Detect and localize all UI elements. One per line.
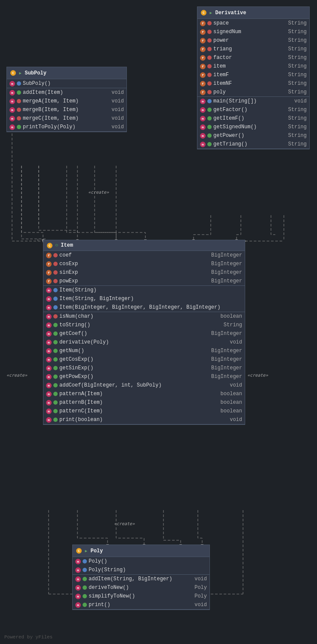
type-label: String [288,55,307,61]
method-icon: m [9,81,15,87]
member-name: Poly() [89,558,207,564]
open-icon [207,108,212,112]
member-name: isNum(char) [59,313,219,319]
poly-box: C ▸ Poly m Poly() m Poly(String) m addIt… [72,545,210,610]
method-icon: m [200,107,206,113]
member-name: coef [59,252,209,258]
class-member: m addItem(Item) void [7,88,126,97]
type-label: String [288,124,307,130]
member-name: getCoef() [59,331,209,337]
type-label: boolean [221,391,242,397]
class-member: m getCosExp() BigInteger [43,355,245,364]
field-icon: f [200,46,206,52]
class-member: m getItemF() String [197,114,309,123]
item-box: C ○ Item f coef BigInteger f cosExp BigI… [43,240,245,425]
open-icon [53,340,58,344]
field-icon: f [200,38,206,43]
member-name: getSignedNum() [213,124,286,130]
member-name: addItem(Item) [23,90,110,96]
lock-icon [207,47,212,51]
type-label: BigInteger [211,356,242,362]
poly-header: C ▸ Poly [73,545,209,557]
method-icon: m [46,305,52,310]
type-label: String [288,72,307,78]
class-member: f itemNF String [197,79,309,88]
type-label: void [111,98,124,104]
method-icon: m [46,348,52,354]
open-icon [17,125,21,129]
member-name: Poly(String) [89,567,207,573]
class-member: f sinExp BigInteger [43,268,245,277]
subpoly-header: C ▸ SubPoly [7,67,126,79]
class-member: m toString() String [43,321,245,329]
visibility-open: ○ [55,242,58,248]
lock-icon [53,314,58,319]
field-icon: f [46,279,52,284]
class-member: f space String [197,19,309,28]
class-member: m getSinExp() BigInteger [43,364,245,372]
open-icon [53,323,58,327]
member-name: factor [213,55,286,61]
type-label: String [288,89,307,95]
class-member: f poly String [197,88,309,96]
member-name: simplifyToNew() [89,593,193,599]
method-icon: m [200,99,206,104]
lock-icon [207,21,212,25]
method-icon: m [46,365,52,371]
member-name: patternC(Item) [59,408,219,414]
package-icon [53,288,58,292]
type-label: String [288,141,307,147]
field-icon: f [200,29,206,35]
class-member: m patternC(Item) boolean [43,407,245,415]
member-name: main(String[]) [213,98,292,104]
field-icon: f [200,90,206,95]
derivative-box: C ▸ Derivative f space String f signedNu… [197,6,310,149]
member-name: Item(String) [59,287,242,293]
method-icon: m [46,314,52,319]
open-icon [53,383,58,387]
lock-icon [53,270,58,275]
method-icon: m [9,116,15,121]
member-name: patternB(Item) [59,399,219,406]
class-member: f power String [197,36,309,45]
open-icon [207,133,212,138]
type-label: void [294,98,307,104]
member-name: getTriang() [213,141,286,147]
type-label: String [288,20,307,26]
type-label: BigInteger [211,261,242,267]
poly-constructors: m Poly() m Poly(String) [73,557,209,575]
type-label: String [288,133,307,139]
svg-text:«create»: «create» [88,190,109,195]
method-icon: m [46,409,52,414]
class-member: m patternB(Item) boolean [43,398,245,407]
method-icon: m [9,124,15,130]
package-icon [53,297,58,301]
class-member: f item String [197,62,309,71]
method-icon: m [46,374,52,380]
type-label: boolean [221,313,242,319]
lock-icon [53,279,58,283]
member-name: getPowExp() [59,374,209,380]
package-icon [53,305,58,310]
poly-title: Poly [90,548,103,554]
open-icon [83,577,87,581]
member-name: getNum() [59,348,209,354]
item-constructors: m Item(String) m Item(String, BigInteger… [43,286,245,312]
type-label: String [288,29,307,35]
member-name: space [213,20,286,26]
package-icon: ▸ [84,547,88,554]
type-label: BigInteger [211,278,242,284]
method-icon: m [200,124,206,130]
open-icon [83,585,87,590]
class-member: m mergeA(Item, Item) void [7,97,126,105]
type-label: String [288,63,307,69]
member-name: Item(BigInteger, BigInteger, BigInteger,… [59,304,242,310]
package-icon: ▸ [209,9,212,16]
member-name: getCosExp() [59,356,209,362]
class-member: m derivative(Poly) void [43,338,245,347]
type-label: BigInteger [211,331,242,337]
subpoly-box: C ▸ SubPoly m SubPoly() m addItem(Item) … [6,67,127,132]
package-icon: ▸ [18,69,22,77]
class-icon: C [47,243,52,248]
member-name: addItem(String, BigInteger) [89,576,193,582]
